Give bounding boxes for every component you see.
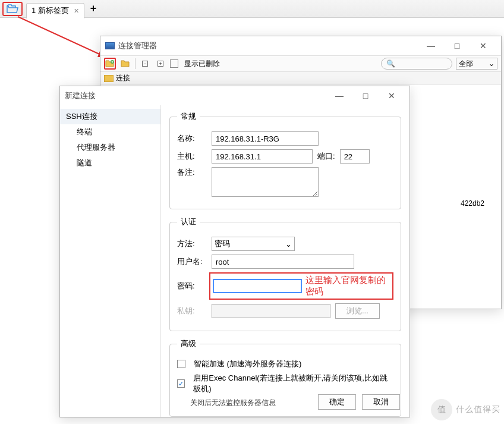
exec-channel-checkbox[interactable]: ✓启用Exec Channel(若连接上就被断开,请关闭该项,比如跳板机) xyxy=(177,373,393,394)
name-input[interactable] xyxy=(212,131,319,146)
filter-select[interactable]: 全部⌄ xyxy=(456,58,497,70)
close-button[interactable]: ✕ xyxy=(470,36,496,55)
sidebar-item-proxy[interactable]: 代理服务器 xyxy=(60,140,160,155)
mgr-title: 连接管理器 xyxy=(118,40,157,51)
folder-icon xyxy=(104,75,114,82)
svg-line-0 xyxy=(18,17,106,57)
cancel-button[interactable]: 取消 xyxy=(362,394,400,410)
method-select[interactable]: 密码⌄ xyxy=(212,237,295,251)
mgr-toolbar: - + 显示已删除 🔍 全部⌄ xyxy=(100,55,501,72)
minimize-button[interactable]: ― xyxy=(418,36,444,55)
maximize-button[interactable]: □ xyxy=(352,86,379,105)
tab-label: 1 新标签页 xyxy=(32,5,69,16)
host-input[interactable] xyxy=(212,149,313,164)
collapse-button[interactable]: - xyxy=(139,58,151,70)
minimize-button[interactable]: ― xyxy=(326,86,352,105)
folder-open-icon xyxy=(7,4,18,14)
watermark-text: 什么值得买 xyxy=(456,404,500,415)
folder-icon xyxy=(121,59,130,68)
close-tab-icon[interactable]: ✕ xyxy=(74,7,79,15)
tree-header: 连接 xyxy=(100,72,501,85)
pwd-label: 密码: xyxy=(177,281,204,291)
watermark-logo: 值 xyxy=(431,399,452,420)
method-label: 方法: xyxy=(177,238,207,249)
show-deleted-checkbox[interactable]: 显示已删除 xyxy=(170,59,220,69)
port-input[interactable] xyxy=(340,149,370,164)
expand-button[interactable]: + xyxy=(155,58,166,70)
sidebar-category-ssh[interactable]: SSH连接 xyxy=(60,109,160,124)
folder-plus-icon xyxy=(105,59,115,68)
ok-button[interactable]: 确定 xyxy=(318,394,356,410)
private-key-input xyxy=(212,304,330,318)
nc-title: 新建连接 xyxy=(65,90,96,101)
tab-bar: 1 新标签页 ✕ + xyxy=(0,0,504,18)
auth-group: 认证 方法: 密码⌄ 用户名: 密码: 这里输入官网复制的密码 xyxy=(169,216,401,331)
nc-sidebar: SSH连接 终端 代理服务器 隧道 xyxy=(60,105,161,417)
user-label: 用户名: xyxy=(177,256,207,267)
host-label: 主机: xyxy=(177,151,207,162)
nc-main: 常规 名称: 主机: 端口: 备注: 认证 xyxy=(161,105,410,417)
chevron-down-icon: ⌄ xyxy=(285,240,292,249)
terminal-icon xyxy=(105,42,115,49)
password-callout: 这里输入官网复制的密码 xyxy=(209,272,393,300)
sidebar-item-terminal[interactable]: 终端 xyxy=(60,124,160,140)
open-connections-button[interactable] xyxy=(2,2,23,16)
nc-titlebar: 新建连接 ― □ ✕ xyxy=(60,86,410,105)
search-icon: 🔍 xyxy=(386,59,395,68)
chevron-down-icon: ⌄ xyxy=(489,59,494,68)
close-button[interactable]: ✕ xyxy=(379,86,405,105)
sidebar-item-tunnel[interactable]: 隧道 xyxy=(60,155,160,171)
mgr-titlebar: 连接管理器 ― □ ✕ xyxy=(100,36,501,55)
key-label: 私钥: xyxy=(177,306,207,316)
watermark: 值 什么值得买 xyxy=(431,399,500,420)
port-label: 端口: xyxy=(317,151,335,162)
name-label: 名称: xyxy=(177,133,207,144)
new-tab-button[interactable]: + xyxy=(90,2,97,15)
browser-tab[interactable]: 1 新标签页 ✕ xyxy=(26,3,84,18)
search-input[interactable]: 🔍 xyxy=(381,58,452,70)
new-folder-button[interactable] xyxy=(119,58,131,70)
remark-label: 备注: xyxy=(177,167,207,178)
password-input[interactable] xyxy=(213,279,302,293)
general-group: 常规 名称: 主机: 端口: 备注: xyxy=(169,111,401,209)
new-connection-button[interactable] xyxy=(104,58,116,70)
remark-input[interactable] xyxy=(212,167,319,197)
username-input[interactable] xyxy=(212,255,354,269)
smart-boost-checkbox[interactable]: 智能加速 (加速海外服务器连接) xyxy=(177,359,393,369)
dialog-buttons: 确定 取消 xyxy=(318,394,400,410)
password-annotation: 这里输入官网复制的密码 xyxy=(305,275,390,297)
new-connection-dialog: 新建连接 ― □ ✕ SSH连接 终端 代理服务器 隧道 常规 名称: 主机: … xyxy=(59,86,410,417)
maximize-button[interactable]: □ xyxy=(444,36,470,55)
browse-button: 浏览... xyxy=(335,303,380,319)
